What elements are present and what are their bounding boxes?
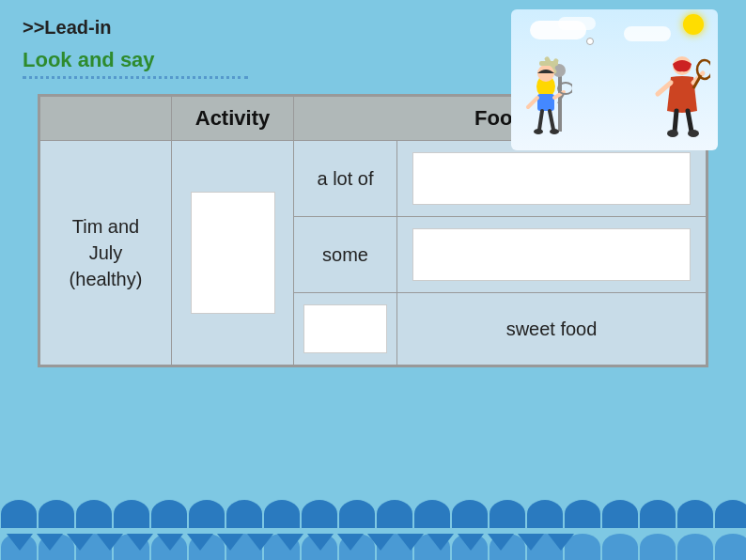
cell-food-3: sweet food (397, 293, 707, 366)
cartoon-scene (511, 9, 718, 150)
svg-line-12 (658, 83, 671, 94)
wave-1 (1, 500, 37, 528)
wave-13 (452, 500, 488, 528)
tri-7 (187, 534, 213, 551)
cloud-3 (624, 26, 671, 41)
svg-point-8 (550, 129, 559, 134)
cell-quantity-2: some (294, 217, 397, 293)
col-header-person (40, 97, 172, 141)
wave-12 (414, 500, 450, 528)
svg-point-16 (667, 130, 678, 137)
wave-19 (677, 500, 713, 528)
wave-15 (527, 500, 563, 528)
tri-11 (307, 534, 334, 551)
tri-13 (367, 534, 394, 551)
table-row-1: Tim and July (healthy) a lot of (40, 141, 707, 217)
wave-7 (226, 500, 262, 528)
bottom-decoration (0, 494, 746, 560)
tri-8 (217, 534, 243, 551)
wave-14 (490, 500, 525, 528)
tri-12 (337, 534, 364, 551)
wave-9 (302, 500, 337, 528)
cell-person: Tim and July (healthy) (40, 141, 172, 366)
wave-b-17 (602, 534, 638, 560)
tri-14 (397, 534, 424, 551)
tri-17 (488, 534, 514, 551)
cell-food-2 (397, 217, 707, 293)
svg-point-7 (534, 129, 543, 134)
wave-6 (189, 500, 225, 528)
col-header-activity: Activity (172, 97, 294, 141)
child-figure (521, 66, 572, 141)
tri-4 (97, 534, 123, 551)
tri-1 (7, 534, 33, 551)
tri-19 (548, 534, 574, 551)
illustration (511, 9, 718, 150)
food-image-box-2 (412, 228, 691, 281)
svg-line-3 (528, 98, 537, 107)
tri-5 (127, 534, 153, 551)
sun (683, 14, 704, 35)
wave-4 (114, 500, 149, 528)
ball (586, 38, 594, 45)
tri-2 (37, 534, 63, 551)
wave-20 (715, 500, 746, 528)
food-image-box-1 (412, 152, 691, 205)
svg-point-17 (688, 130, 699, 137)
svg-point-19 (697, 60, 710, 79)
tri-6 (157, 534, 183, 551)
cell-activity (172, 141, 294, 366)
cell-quantity-1: a lot of (294, 141, 397, 217)
wave-3 (76, 500, 112, 528)
top-section: >>Lead-in Look and say (0, 0, 746, 79)
wave-2 (39, 500, 74, 528)
tri-16 (458, 534, 484, 551)
wave-b-20 (715, 534, 746, 560)
activity-image-box (191, 192, 275, 314)
svg-line-14 (675, 111, 676, 132)
svg-line-5 (539, 111, 542, 130)
adult-figure (654, 56, 710, 146)
wave-5 (151, 500, 187, 528)
svg-line-15 (688, 111, 692, 132)
svg-line-6 (550, 111, 553, 130)
wave-b-19 (677, 534, 713, 560)
wave-17 (602, 500, 638, 528)
wave-b-18 (640, 534, 676, 560)
tri-3 (67, 534, 93, 551)
cell-quantity-3 (294, 293, 397, 366)
wave-16 (565, 500, 600, 528)
wave-row-1 (0, 500, 746, 528)
dotted-divider (23, 76, 248, 79)
wave-8 (264, 500, 300, 528)
tri-18 (518, 534, 544, 551)
triangles-row (5, 534, 576, 551)
look-and-say-label: Look and say (23, 48, 155, 72)
tri-10 (277, 534, 303, 551)
wave-18 (640, 500, 676, 528)
wave-11 (377, 500, 412, 528)
tri-9 (247, 534, 273, 551)
tri-15 (427, 534, 454, 551)
cloud-2 (558, 17, 596, 30)
quantity-image-box-3 (303, 304, 386, 353)
svg-rect-2 (537, 94, 554, 111)
cell-food-1 (397, 141, 707, 217)
wave-10 (339, 500, 375, 528)
